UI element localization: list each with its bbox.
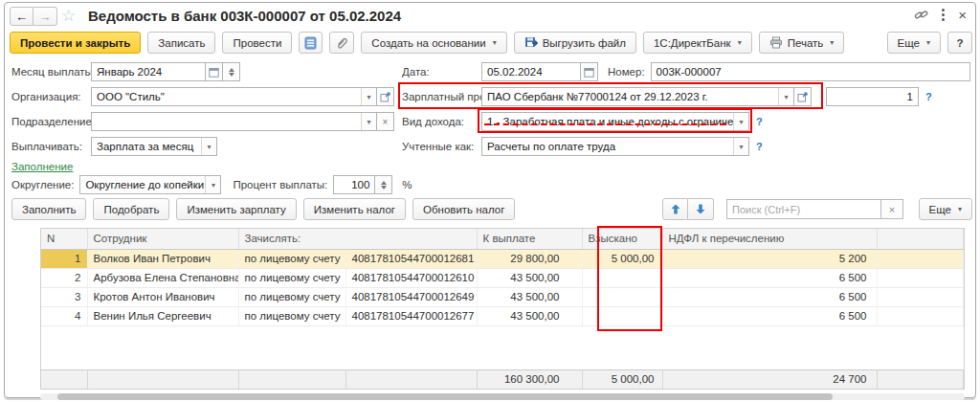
close-icon[interactable]: × bbox=[958, 7, 967, 23]
move-up-button[interactable] bbox=[662, 198, 688, 220]
cell-to-pay[interactable]: 43 500,00 bbox=[477, 306, 582, 325]
month-field[interactable]: Январь 2024 bbox=[91, 62, 206, 81]
date-field[interactable]: 05.02.2024 bbox=[481, 62, 581, 81]
header-employee[interactable]: Сотрудник bbox=[87, 229, 238, 249]
search-input[interactable] bbox=[726, 199, 881, 219]
cell-method[interactable]: по лицевому счету bbox=[238, 287, 345, 306]
cell-blank[interactable] bbox=[877, 268, 964, 287]
save-button[interactable]: Записать bbox=[147, 32, 215, 54]
department-clear-button[interactable]: × bbox=[376, 112, 394, 131]
help-mark[interactable]: ? bbox=[756, 116, 763, 127]
move-down-button[interactable] bbox=[688, 198, 714, 220]
show-register-button[interactable] bbox=[299, 32, 323, 54]
header-ndfl[interactable]: НДФЛ к перечислению bbox=[662, 229, 877, 249]
post-button[interactable]: Провести bbox=[222, 32, 292, 54]
cell-method[interactable]: по лицевому счету bbox=[238, 306, 345, 325]
cell-ndfl[interactable]: 6 500 bbox=[662, 306, 877, 325]
organization-field[interactable]: ООО "Стиль" ▾ bbox=[91, 87, 377, 106]
scrollbar-thumb[interactable] bbox=[57, 393, 833, 400]
salary-project-open-button[interactable] bbox=[793, 87, 812, 106]
cell-collected[interactable] bbox=[582, 268, 662, 287]
cell-collected[interactable] bbox=[582, 306, 662, 325]
attachments-button[interactable] bbox=[329, 32, 354, 54]
link-button[interactable] bbox=[914, 8, 928, 22]
chevron-down-icon[interactable]: ▾ bbox=[201, 138, 216, 155]
chevron-down-icon[interactable]: ▾ bbox=[205, 176, 220, 193]
kebab-menu-icon[interactable] bbox=[942, 9, 945, 21]
cell-account[interactable]: 40817810544700012649 bbox=[345, 287, 477, 306]
cell-employee[interactable]: Волков Иван Петрович bbox=[87, 249, 238, 268]
cell-blank[interactable] bbox=[877, 306, 964, 325]
post-and-close-button[interactable]: Провести и закрыть bbox=[10, 32, 141, 54]
help-mark[interactable]: ? bbox=[756, 141, 763, 152]
table-more-button[interactable]: Еще ▾ bbox=[919, 198, 972, 220]
forward-button[interactable]: → bbox=[33, 7, 57, 26]
help-mark[interactable]: ? bbox=[925, 91, 932, 102]
organization-open-button[interactable] bbox=[376, 87, 394, 106]
chevron-down-icon[interactable]: ▾ bbox=[733, 138, 748, 155]
rounding-field[interactable]: Округление до копейки ▾ bbox=[79, 175, 221, 194]
chevron-down-icon[interactable]: ▾ bbox=[733, 113, 748, 130]
favorite-star-icon[interactable]: ☆ bbox=[61, 6, 76, 26]
date-calendar-button[interactable] bbox=[580, 62, 598, 81]
table-row[interactable]: 4 Венин Илья Сергеевич по лицевому счету… bbox=[41, 306, 964, 325]
income-kind-field[interactable]: 1 - Заработная плата и иные доходы с огр… bbox=[481, 112, 749, 131]
month-spinner[interactable] bbox=[222, 62, 240, 81]
update-tax-button[interactable]: Обновить налог bbox=[412, 198, 515, 220]
chevron-down-icon[interactable]: ▾ bbox=[361, 88, 376, 105]
header-to-pay[interactable]: К выплате bbox=[477, 229, 582, 249]
table-row[interactable]: 3 Кротов Антон Иванович по лицевому счет… bbox=[41, 287, 964, 306]
header-credit[interactable]: Зачислять: bbox=[238, 229, 477, 249]
cell-collected[interactable] bbox=[582, 287, 662, 306]
cell-account[interactable]: 40817810544700012681 bbox=[345, 249, 477, 268]
cell-to-pay[interactable]: 43 500,00 bbox=[477, 268, 582, 287]
cell-method[interactable]: по лицевому счету bbox=[238, 268, 345, 287]
cell-employee[interactable]: Арбузова Елена Степановна bbox=[87, 268, 238, 287]
cell-account[interactable]: 40817810544700012610 bbox=[345, 268, 477, 287]
horizontal-scrollbar[interactable] bbox=[40, 393, 965, 400]
cell-account[interactable]: 40817810544700012677 bbox=[345, 306, 477, 325]
cell-n[interactable]: 4 bbox=[41, 306, 87, 325]
fill-button[interactable]: Заполнить bbox=[11, 198, 86, 220]
cell-ndfl[interactable]: 6 500 bbox=[662, 287, 877, 306]
header-n[interactable]: N bbox=[41, 229, 87, 249]
cell-collected[interactable]: 5 000,00 bbox=[582, 249, 662, 268]
pay-field[interactable]: Зарплата за месяц ▾ bbox=[91, 137, 217, 156]
cell-employee[interactable]: Кротов Антон Иванович bbox=[87, 287, 238, 306]
cell-to-pay[interactable]: 43 500,00 bbox=[477, 287, 582, 306]
table-row[interactable]: 2 Арбузова Елена Степановна по лицевому … bbox=[41, 268, 964, 287]
salary-project-field[interactable]: ПАО Сбербанк №77000124 от 29.12.2023 г. … bbox=[481, 87, 794, 106]
cell-n[interactable]: 2 bbox=[41, 268, 87, 287]
pick-button[interactable]: Подобрать bbox=[93, 198, 169, 220]
print-button[interactable]: Печать ▾ bbox=[759, 32, 845, 54]
cell-ndfl[interactable]: 6 500 bbox=[662, 268, 877, 287]
table-row[interactable]: 1 Волков Иван Петрович по лицевому счету… bbox=[41, 249, 964, 268]
cell-to-pay[interactable]: 29 800,00 bbox=[477, 249, 582, 268]
calendar-button[interactable] bbox=[205, 62, 223, 81]
fill-section-link[interactable]: Заполнение bbox=[11, 161, 73, 172]
chevron-down-icon[interactable]: ▾ bbox=[778, 88, 793, 105]
cell-blank[interactable] bbox=[877, 287, 964, 306]
change-tax-button[interactable]: Изменить налог bbox=[303, 198, 406, 220]
percent-field[interactable]: 100 bbox=[333, 175, 375, 194]
cell-blank[interactable] bbox=[877, 249, 964, 268]
upload-file-button[interactable]: Выгрузить файл bbox=[514, 32, 636, 54]
back-button[interactable]: ← bbox=[10, 7, 33, 26]
cell-employee[interactable]: Венин Илья Сергеевич bbox=[87, 306, 238, 325]
toolbar-more-button[interactable]: Еще ▾ bbox=[887, 32, 941, 54]
salary-project-count-field[interactable]: 1 bbox=[826, 87, 919, 106]
accounted-field[interactable]: Расчеты по оплате труда ▾ bbox=[481, 137, 749, 156]
cell-n[interactable]: 3 bbox=[41, 287, 87, 306]
cell-n[interactable]: 1 bbox=[41, 249, 87, 268]
create-based-on-button[interactable]: Создать на основании ▾ bbox=[361, 32, 506, 54]
cell-ndfl[interactable]: 5 200 bbox=[662, 249, 877, 268]
percent-spinner[interactable] bbox=[374, 175, 392, 194]
department-field[interactable]: ▾ bbox=[91, 112, 377, 131]
help-button[interactable]: ? bbox=[947, 32, 972, 54]
number-field[interactable]: 003К-000007 bbox=[651, 62, 970, 81]
change-salary-button[interactable]: Изменить зарплату bbox=[176, 198, 296, 220]
search-clear-button[interactable]: × bbox=[880, 199, 903, 219]
chevron-down-icon[interactable]: ▾ bbox=[361, 113, 376, 130]
directbank-button[interactable]: 1С:ДиректБанк ▾ bbox=[643, 32, 752, 54]
cell-method[interactable]: по лицевому счету bbox=[238, 249, 345, 268]
